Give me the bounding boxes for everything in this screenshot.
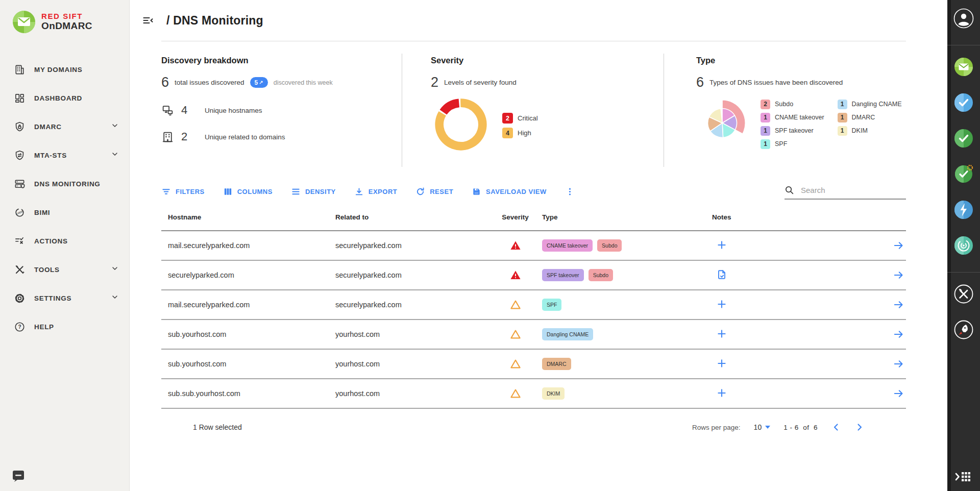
sidebar-item-tools[interactable]: TOOLS <box>0 255 129 284</box>
table-row[interactable]: sub.sub.yourhost.comyourhost.comDKIM <box>161 379 906 409</box>
sidebar-item-dashboard[interactable]: DASHBOARD <box>0 84 129 112</box>
sidebar-item-label: SETTINGS <box>34 294 102 302</box>
rightbar-divider <box>947 45 980 45</box>
row-detail-arrow[interactable] <box>893 329 904 340</box>
chevron-down-icon <box>111 150 119 160</box>
app-green-check-icon[interactable] <box>953 128 974 149</box>
discovery-panel: Discovery breakdown 6 total issues disco… <box>161 54 402 167</box>
table-row[interactable]: sub.yourhost.comyourhost.comDangling CNA… <box>161 320 906 350</box>
type-chip: CNAME takeover <box>542 239 593 252</box>
brand-line1: RED SIFT <box>41 12 92 21</box>
density-button[interactable]: DENSITY <box>291 187 336 197</box>
row-detail-arrow[interactable] <box>893 269 904 281</box>
toolbar-button-label: EXPORT <box>369 188 397 195</box>
row-detail-arrow[interactable] <box>893 388 904 399</box>
legend-count-badge: 2 <box>502 113 513 124</box>
legend-label: High <box>518 129 531 137</box>
sidebar-item-help[interactable]: ?HELP <box>0 312 129 341</box>
app-teal-radar-icon[interactable] <box>953 235 974 256</box>
collapse-sidebar-icon[interactable] <box>142 14 154 27</box>
legend-label: SPF takeover <box>775 127 814 134</box>
left-sidebar: RED SIFT OnDMARC MY DOMAINSDASHBOARDDMAR… <box>0 0 130 491</box>
sidebar-item-my-domains[interactable]: MY DOMAINS <box>0 55 129 84</box>
column-header-severity[interactable]: Severity <box>488 213 542 221</box>
previous-page-button[interactable] <box>831 422 841 432</box>
column-header-notes[interactable]: Notes <box>712 213 886 221</box>
filter-icon <box>161 187 171 197</box>
table-row[interactable]: securelyparked.comsecurelyparked.comSPF … <box>161 261 906 290</box>
cell-type: DKIM <box>542 387 712 400</box>
legend-label: DKIM <box>852 127 868 134</box>
severity-high-icon <box>510 329 521 340</box>
columns-button[interactable]: COLUMNS <box>223 187 273 197</box>
row-detail-arrow[interactable] <box>893 299 904 310</box>
add-note-button[interactable] <box>716 239 727 251</box>
app-blue-flash-icon[interactable] <box>953 200 974 220</box>
rows-per-page-select[interactable]: 10 <box>754 423 771 431</box>
app-tools-circle-icon[interactable] <box>953 284 974 304</box>
cell-type: Dangling CNAME <box>542 328 712 340</box>
chat-widget-icon[interactable] <box>11 469 26 483</box>
legend-count-badge: 1 <box>761 113 770 122</box>
search-input[interactable] <box>800 185 906 195</box>
tools-icon <box>14 264 26 276</box>
severity-count-label: Levels of severity found <box>444 79 517 86</box>
table-toolbar: FILTERSCOLUMNSDENSITYEXPORTRESETSAVE/LOA… <box>161 185 906 200</box>
table-header-row: HostnameRelated toSeverityTypeNotes <box>161 204 906 231</box>
column-header-type[interactable]: Type <box>542 213 712 221</box>
sidebar-item-label: DASHBOARD <box>34 94 119 102</box>
sidebar-item-mta-sts[interactable]: MTA-STS <box>0 141 129 169</box>
table-row[interactable]: sub.yourhost.comyourhost.comDMARC <box>161 350 906 379</box>
severity-legend-item: 2Critical <box>502 113 538 124</box>
type-chip: SPF takeover <box>542 269 584 281</box>
sidebar-item-bimi[interactable]: LOGOBIMI <box>0 198 129 227</box>
export-button[interactable]: EXPORT <box>354 187 397 197</box>
metric-label: Unique hostnames <box>205 107 262 114</box>
app-green-check-gear-icon[interactable] <box>953 164 974 184</box>
next-page-button[interactable] <box>854 422 865 432</box>
rows-selected-label: 1 Row selected <box>193 423 242 431</box>
severity-critical-icon <box>510 269 521 281</box>
add-note-button[interactable] <box>716 328 727 339</box>
column-header-related-to[interactable]: Related to <box>335 213 488 221</box>
sidebar-item-dmarc[interactable]: DMARC <box>0 112 129 141</box>
search-box <box>785 185 906 200</box>
legend-label: Dangling CNAME <box>852 101 902 108</box>
cell-related-to: yourhost.com <box>335 330 488 338</box>
row-detail-arrow[interactable] <box>893 240 904 251</box>
cell-type: SPF takeoverSubdo <box>542 269 712 281</box>
cell-type: CNAME takeoverSubdo <box>542 239 712 252</box>
more-options-button[interactable] <box>565 187 575 197</box>
row-detail-arrow[interactable] <box>893 358 904 370</box>
reset-button[interactable]: RESET <box>415 187 453 197</box>
add-note-button[interactable] <box>716 299 727 310</box>
legend-count-badge: 1 <box>838 113 847 122</box>
sidebar-item-dns-monitoring[interactable]: DNS MONITORING <box>0 169 129 198</box>
page-header: / DNS Monitoring <box>130 0 947 41</box>
chevron-down-icon <box>111 264 119 275</box>
app-green-mail-icon[interactable] <box>953 57 974 77</box>
dns-issues-table: HostnameRelated toSeverityTypeNotes mail… <box>161 204 906 432</box>
app-rocket-icon[interactable] <box>953 320 974 340</box>
account-icon[interactable] <box>953 8 974 29</box>
app-blue-check-icon[interactable] <box>953 92 974 113</box>
cell-notes <box>712 387 886 400</box>
add-note-button[interactable] <box>716 387 727 399</box>
redsift-logo-icon <box>12 10 36 34</box>
table-row[interactable]: mail.securelyparked.comsecurelyparked.co… <box>161 231 906 261</box>
add-note-button[interactable] <box>716 358 727 369</box>
cell-hostname: mail.securelyparked.com <box>161 301 335 309</box>
column-header-hostname[interactable]: Hostname <box>161 213 335 221</box>
domains-building-icon <box>161 131 174 143</box>
table-row[interactable]: mail.securelyparked.comsecurelyparked.co… <box>161 290 906 320</box>
cell-type: SPF <box>542 299 712 311</box>
sidebar-item-actions[interactable]: ACTIONS <box>0 227 129 255</box>
apps-grid-icon[interactable] <box>955 470 972 484</box>
severity-donut-chart <box>431 94 491 157</box>
legend-count-badge: 1 <box>761 139 770 149</box>
sidebar-item-settings[interactable]: SETTINGS <box>0 284 129 312</box>
filters-button[interactable]: FILTERS <box>161 187 205 197</box>
cell-severity <box>488 329 542 340</box>
note-added-button[interactable] <box>716 269 727 280</box>
save-load-view-button[interactable]: SAVE/LOAD VIEW <box>472 187 547 197</box>
